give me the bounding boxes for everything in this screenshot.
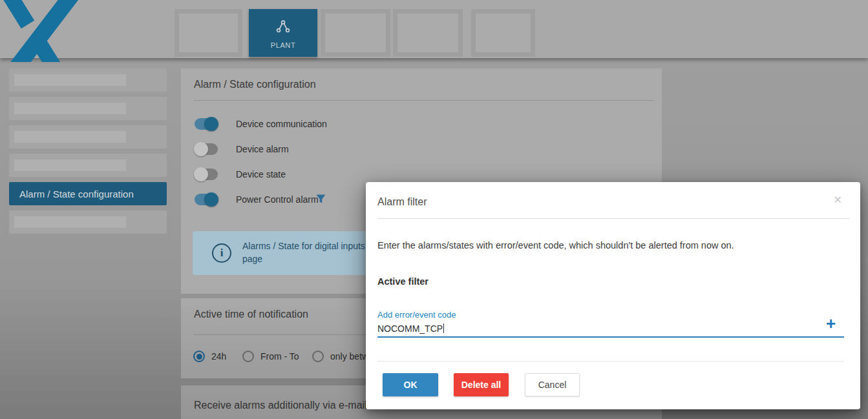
sidebar-item-2[interactable] [9,97,167,120]
info-icon: i [212,243,231,263]
delete-all-button[interactable]: Delete all [454,373,509,396]
power-control-alarm-toggle[interactable] [194,192,218,207]
tab-placeholder-block [476,14,531,52]
filter-funnel-icon[interactable] [315,194,326,207]
radio-from-to[interactable] [242,351,254,362]
alarm-filter-dialog: Alarm filter ✕ Enter the alarms/states w… [366,182,860,409]
sidebar-item-1[interactable] [9,68,167,92]
tab-placeholder-2[interactable] [321,9,390,57]
dialog-title: Alarm filter [377,196,427,208]
card-title: Receive alarms additionally via e-mail [194,400,367,411]
toggle-row-power-control-alarm: Power Control alarm [194,192,319,207]
info-text: Alarms / State for digital inputs c page [242,240,372,265]
tab-placeholder-4[interactable] [471,9,535,57]
device-alarm-toggle[interactable] [194,142,218,156]
error-code-input[interactable]: NOCOMM_TCP [377,323,444,334]
sidebar-item-alarm-state-configuration[interactable]: Alarm / State configuration [9,182,167,205]
toggle-label: Power Control alarm [236,192,319,207]
device-communication-toggle[interactable] [194,117,218,131]
input-underline [377,336,844,338]
tab-placeholder-1[interactable] [175,9,242,57]
sidebar-placeholder-block [14,131,126,143]
radio-only-between[interactable] [312,351,324,362]
device-state-toggle[interactable] [194,167,218,181]
card-title: Active time of notification [194,309,308,320]
toggle-label: Device communication [236,117,327,131]
tab-placeholder-block [179,14,238,52]
sidebar-placeholder-block [14,103,126,114]
info-text-line2: page [242,254,262,264]
add-code-button[interactable]: + [826,315,836,332]
divider [377,361,844,362]
toggle-row-device-alarm: Device alarm [194,142,289,156]
error-code-input-label: Add error/event code [377,310,456,320]
divider [377,218,849,219]
brand-x-logo [0,0,90,62]
tab-placeholder-3[interactable] [393,9,463,57]
radio-label-from-to: From - To [260,351,299,362]
tab-plant[interactable]: PLANT [249,9,317,57]
toggle-row-device-state: Device state [194,167,286,181]
error-code-value: NOCOMM_TCP [377,323,443,334]
card-title: Alarm / State configuration [194,79,316,90]
cancel-button[interactable]: Cancel [525,373,580,396]
sidebar-placeholder-block [14,74,126,86]
radio-24h[interactable] [193,351,205,362]
tab-placeholder-block [325,14,386,52]
toggle-label: Device state [236,167,286,181]
sidebar-placeholder-block [14,216,126,228]
network-nodes-icon [275,25,291,36]
info-text-line1: Alarms / State for digital inputs c [242,241,372,251]
radio-label-only-between: only betw [330,351,368,362]
radio-label-24h: 24h [211,351,226,362]
sidebar-item-3[interactable] [9,125,167,148]
sidebar-active-label: Alarm / State configuration [19,189,134,199]
tab-plant-label: PLANT [249,41,317,49]
app-root: PLANT Alarm / State configuration Alarm … [0,0,868,419]
sidebar-item-6[interactable] [9,210,167,234]
ok-button[interactable]: OK [383,373,438,396]
sidebar-placeholder-block [14,159,126,171]
tab-placeholder-block [397,14,458,52]
text-cursor [443,323,444,333]
toggle-label: Device alarm [236,142,289,156]
active-filter-heading: Active filter [377,276,429,287]
dialog-description: Enter the alarms/states with error/event… [377,240,734,250]
toggle-row-device-communication: Device communication [194,117,327,131]
header: PLANT [0,0,868,58]
close-icon[interactable]: ✕ [834,194,842,206]
divider [194,100,654,101]
sidebar-item-4[interactable] [9,154,167,177]
